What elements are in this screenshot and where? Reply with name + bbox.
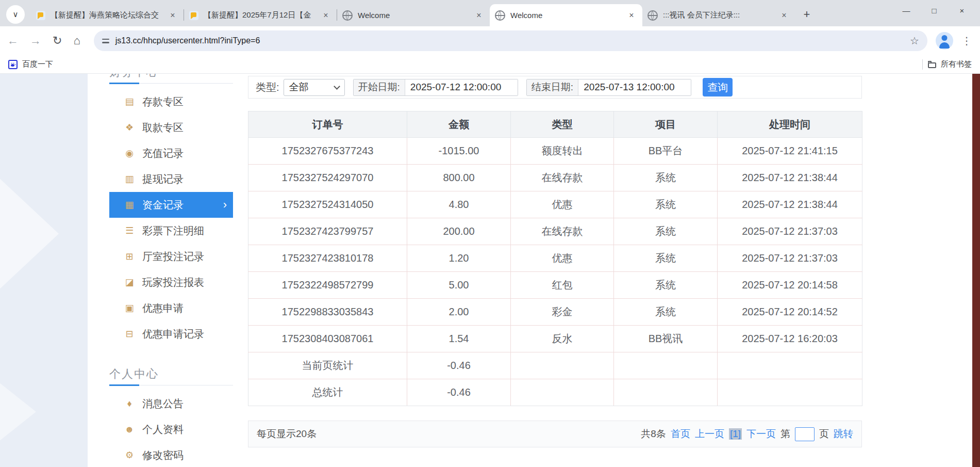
sidebar-item[interactable]: ☻ 个人资料 › bbox=[109, 416, 233, 442]
tab-search-button[interactable]: ∨ bbox=[6, 5, 25, 24]
bookmark-star-icon[interactable]: ☆ bbox=[910, 35, 919, 47]
tab-close-icon[interactable]: × bbox=[167, 10, 178, 21]
start-date-label: 开始日期: bbox=[354, 79, 405, 95]
table-cell: 2025-07-12 21:37:03 bbox=[718, 218, 862, 245]
table-cell: 2025-07-12 20:14:52 bbox=[718, 299, 862, 326]
all-bookmarks-button[interactable]: 所有书签 bbox=[928, 59, 972, 69]
jump-suffix-label: 页 bbox=[819, 427, 829, 441]
jump-action-link[interactable]: 跳转 bbox=[834, 427, 853, 441]
table-cell bbox=[718, 352, 862, 379]
sidebar-item[interactable]: ▣ 优惠申请 › bbox=[109, 295, 233, 321]
browser-tab[interactable]: 【新提醒】2025年7月12日【金 × bbox=[184, 4, 337, 26]
sidebar-item-label: 修改密码 bbox=[142, 448, 184, 462]
table-cell: 系统 bbox=[614, 299, 718, 326]
sidebar-item[interactable]: ▦ 资金记录 › bbox=[109, 192, 233, 218]
menu-dots-icon[interactable]: ⋮ bbox=[961, 35, 972, 47]
sidebar-item[interactable]: ♦ 消息公告 › bbox=[109, 391, 233, 416]
sidebar-item-label: 优惠申请记录 bbox=[142, 327, 204, 341]
sidebar-item[interactable]: ▤ 存款专区 › bbox=[109, 89, 233, 115]
sidebar-item[interactable]: ▥ 提现记录 › bbox=[109, 166, 233, 192]
right-dark-strip bbox=[972, 74, 980, 467]
table-cell: 5.00 bbox=[407, 272, 511, 299]
search-button[interactable]: 查询 bbox=[703, 78, 733, 96]
column-header: 金额 bbox=[407, 111, 511, 138]
browser-tab[interactable]: :::视讯 会员下注纪录::: × bbox=[642, 4, 795, 26]
sidebar-item-label: 充值记录 bbox=[142, 147, 184, 160]
page: 财务中心 ▤ 存款专区 › ❖ 取款专区 › ◉ 充值记录 › ▥ 提现记录 ›… bbox=[0, 74, 980, 467]
column-header: 处理时间 bbox=[718, 111, 862, 138]
pagination-controls: 共8条 首页 上一页 [1] 下一页 第 页 跳转 bbox=[641, 427, 853, 441]
browser-tab[interactable]: 【新提醒】海燕策略论坛综合交 × bbox=[31, 4, 184, 26]
end-date-input[interactable] bbox=[578, 79, 691, 95]
globe-favicon bbox=[647, 10, 658, 21]
jump-page-input[interactable] bbox=[795, 427, 815, 441]
start-date-group: 开始日期: bbox=[353, 79, 518, 96]
sidebar-item[interactable]: ◪ 玩家投注报表 › bbox=[109, 269, 233, 295]
type-label: 类型: bbox=[256, 80, 279, 94]
first-page-link[interactable]: 首页 bbox=[671, 427, 690, 441]
maximize-button[interactable]: □ bbox=[920, 0, 948, 21]
new-tab-button[interactable]: + bbox=[799, 7, 815, 22]
table-cell: 2025-07-12 20:14:58 bbox=[718, 272, 862, 299]
tab-close-icon[interactable]: × bbox=[320, 10, 331, 21]
browser-window: ∨ 【新提醒】海燕策略论坛综合交 × 【新提醒】2025年7月12日【金 × W… bbox=[0, 0, 980, 467]
reload-icon[interactable]: ↻ bbox=[53, 35, 62, 46]
tab-close-icon[interactable]: × bbox=[626, 10, 637, 21]
sidebar: 财务中心 ▤ 存款专区 › ❖ 取款专区 › ◉ 充值记录 › ▥ 提现记录 ›… bbox=[109, 74, 233, 467]
select-caret-icon bbox=[334, 83, 340, 90]
forward-icon[interactable]: → bbox=[30, 35, 41, 46]
end-date-label: 结束日期: bbox=[527, 79, 578, 95]
table-cell: -0.46 bbox=[407, 379, 511, 406]
chat-bubble-favicon bbox=[189, 11, 198, 20]
promo-apply-record-icon: ⊟ bbox=[123, 328, 136, 340]
maximize-icon: □ bbox=[932, 6, 936, 15]
profile-avatar[interactable] bbox=[936, 32, 953, 50]
minimize-button[interactable]: — bbox=[892, 0, 920, 21]
chevron-down-icon: ∨ bbox=[13, 10, 19, 19]
url-text[interactable]: js13.cc/hhcp/usercenter.html?iniType=6 bbox=[115, 36, 905, 45]
recharge-moneybag-icon: ◉ bbox=[123, 148, 136, 159]
table-cell bbox=[511, 352, 614, 379]
sidebar-item[interactable]: ☰ 彩票下注明细 › bbox=[109, 218, 233, 244]
sidebar-item[interactable]: ⚙ 修改密码 › bbox=[109, 442, 233, 467]
records-table: 订单号金额类型项目处理时间 1752327675377243-1015.00额度… bbox=[248, 111, 862, 406]
sidebar-item[interactable]: ⊟ 优惠申请记录 › bbox=[109, 321, 233, 347]
sidebar-item[interactable]: ◉ 充值记录 › bbox=[109, 140, 233, 166]
table-cell: 彩金 bbox=[511, 299, 614, 326]
sidebar-section: 财务中心 ▤ 存款专区 › ❖ 取款专区 › ◉ 充值记录 › ▥ 提现记录 ›… bbox=[109, 74, 233, 347]
table-cell: -1015.00 bbox=[407, 138, 511, 165]
tab-title: Welcome bbox=[510, 11, 623, 20]
table-cell: 1752327423799757 bbox=[248, 218, 407, 245]
table-cell: 系统 bbox=[614, 165, 718, 191]
profile-person-icon: ☻ bbox=[123, 424, 136, 435]
sidebar-items: ▤ 存款专区 › ❖ 取款专区 › ◉ 充值记录 › ▥ 提现记录 › ▦ 资金… bbox=[109, 89, 233, 347]
back-icon[interactable]: ← bbox=[7, 35, 19, 46]
next-page-link[interactable]: 下一页 bbox=[746, 427, 776, 441]
close-window-button[interactable]: × bbox=[948, 0, 976, 21]
minimize-icon: — bbox=[903, 6, 910, 15]
home-icon[interactable]: ⌂ bbox=[73, 35, 80, 46]
address-bar[interactable]: js13.cc/hhcp/usercenter.html?iniType=6 ☆ bbox=[94, 30, 927, 51]
sidebar-item[interactable]: ❖ 取款专区 › bbox=[109, 115, 233, 140]
type-select[interactable]: 全部 bbox=[284, 79, 345, 96]
table-cell: 1752327423810178 bbox=[248, 245, 407, 272]
deposit-card-icon: ▤ bbox=[123, 96, 136, 107]
withdraw-hand-icon: ❖ bbox=[123, 122, 136, 133]
browser-tab[interactable]: Welcome × bbox=[337, 4, 490, 26]
table-cell: 1752327675377243 bbox=[248, 138, 407, 165]
type-select-value: 全部 bbox=[289, 80, 309, 94]
sidebar-item[interactable]: ⊞ 厅室投注记录 › bbox=[109, 244, 233, 269]
browser-tab[interactable]: Welcome × bbox=[490, 4, 642, 26]
change-password-gear-icon: ⚙ bbox=[123, 449, 136, 461]
tab-close-icon[interactable]: × bbox=[778, 10, 790, 21]
start-date-input[interactable] bbox=[405, 79, 518, 95]
message-bell-icon: ♦ bbox=[123, 398, 136, 409]
column-header: 类型 bbox=[511, 111, 614, 138]
table-cell bbox=[718, 379, 862, 406]
table-cell: 1752327524297070 bbox=[248, 165, 407, 191]
table-cell: 800.00 bbox=[407, 165, 511, 191]
bookmark-baidu[interactable]: 百度一下 bbox=[8, 59, 53, 69]
site-info-icon[interactable] bbox=[102, 39, 109, 43]
tab-close-icon[interactable]: × bbox=[473, 10, 485, 21]
prev-page-link[interactable]: 上一页 bbox=[695, 427, 724, 441]
